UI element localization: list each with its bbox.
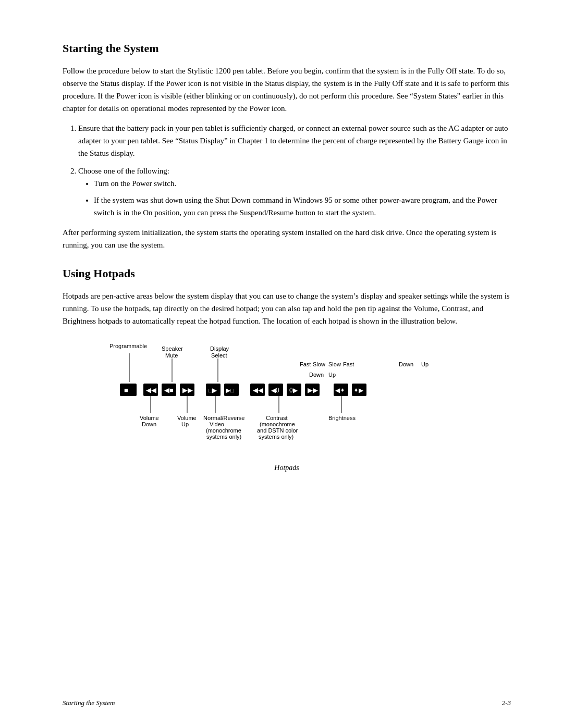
section-using-hotpads: Using Hotpads Hotpads are pen-active are… bbox=[63, 267, 511, 472]
paragraph-intro: Follow the procedure below to start the … bbox=[63, 65, 511, 115]
svg-text:Select: Select bbox=[211, 352, 227, 359]
ordered-list: Ensure that the battery pack in your pen… bbox=[78, 122, 511, 219]
svg-text:Speaker: Speaker bbox=[162, 346, 183, 352]
svg-text:Fast: Fast bbox=[343, 361, 354, 367]
svg-text:Programmable: Programmable bbox=[109, 343, 147, 349]
svg-text:systems only): systems only) bbox=[259, 434, 293, 440]
paragraph-closing: After performing system initialization, … bbox=[63, 226, 511, 251]
footer-left: Starting the System bbox=[63, 699, 115, 707]
svg-text:Down: Down bbox=[142, 421, 156, 427]
svg-text:Down: Down bbox=[399, 361, 413, 367]
svg-text:◀◀: ◀◀ bbox=[146, 386, 156, 394]
paragraph-hotpads-intro: Hotpads are pen-active areas below the s… bbox=[63, 290, 511, 327]
page-content: Starting the System Follow the procedure… bbox=[63, 42, 511, 472]
hotpads-diagram: Programmable Speaker Mute Display Select… bbox=[104, 338, 459, 458]
heading-starting-system: Starting the System bbox=[63, 42, 511, 55]
svg-text:Up: Up bbox=[421, 361, 429, 367]
hotpads-figure: Programmable Speaker Mute Display Select… bbox=[104, 338, 469, 472]
svg-text:(monochrome: (monochrome bbox=[260, 421, 295, 427]
svg-text:◀✦: ◀✦ bbox=[335, 387, 345, 394]
svg-text:Video: Video bbox=[210, 421, 224, 427]
svg-text:✦▶: ✦▶ bbox=[353, 387, 364, 394]
figure-caption: Hotpads bbox=[104, 464, 469, 472]
svg-text:Up: Up bbox=[181, 421, 189, 427]
svg-text:▶□: ▶□ bbox=[226, 387, 234, 394]
heading-using-hotpads: Using Hotpads bbox=[63, 267, 511, 280]
svg-text:Slow: Slow bbox=[328, 361, 341, 367]
svg-text:Contrast: Contrast bbox=[266, 415, 288, 421]
svg-rect-16 bbox=[120, 384, 137, 396]
section-starting-system: Starting the System Follow the procedure… bbox=[63, 42, 511, 251]
page-footer: Starting the System 2-3 bbox=[0, 699, 563, 707]
svg-text:and DSTN color: and DSTN color bbox=[257, 427, 298, 434]
svg-text:◀◀: ◀◀ bbox=[253, 386, 263, 394]
list-item-1: Ensure that the battery pack in your pen… bbox=[78, 122, 511, 159]
svg-text:(monochrome: (monochrome bbox=[206, 427, 241, 434]
svg-text:■: ■ bbox=[124, 386, 128, 394]
bullet-item-1: Turn on the Power switch. bbox=[94, 177, 511, 190]
footer-right: 2-3 bbox=[502, 699, 511, 707]
svg-text:Slow: Slow bbox=[313, 361, 325, 367]
svg-text:◀0: ◀0 bbox=[271, 387, 279, 394]
svg-text:Volume: Volume bbox=[140, 415, 159, 421]
svg-text:systems only): systems only) bbox=[206, 434, 241, 440]
svg-text:□▶: □▶ bbox=[209, 387, 217, 394]
bullet-item-2: If the system was shut down using the Sh… bbox=[94, 194, 511, 219]
svg-text:Normal/Reverse: Normal/Reverse bbox=[203, 415, 244, 421]
svg-text:Up: Up bbox=[328, 372, 336, 378]
svg-text:Down: Down bbox=[309, 372, 324, 378]
bullet-list: Turn on the Power switch. If the system … bbox=[94, 177, 511, 219]
svg-text:Brightness: Brightness bbox=[328, 415, 356, 421]
list-item-2: Choose one of the following: Turn on the… bbox=[78, 165, 511, 219]
svg-text:Volume: Volume bbox=[177, 415, 197, 421]
svg-text:▶▶: ▶▶ bbox=[308, 386, 318, 394]
svg-text:0▶: 0▶ bbox=[289, 387, 298, 394]
svg-text:◀■: ◀■ bbox=[164, 386, 174, 394]
svg-text:Display: Display bbox=[210, 346, 229, 352]
svg-text:Mute: Mute bbox=[165, 352, 178, 359]
svg-text:Fast: Fast bbox=[300, 361, 311, 367]
svg-text:▶▶: ▶▶ bbox=[182, 386, 193, 394]
